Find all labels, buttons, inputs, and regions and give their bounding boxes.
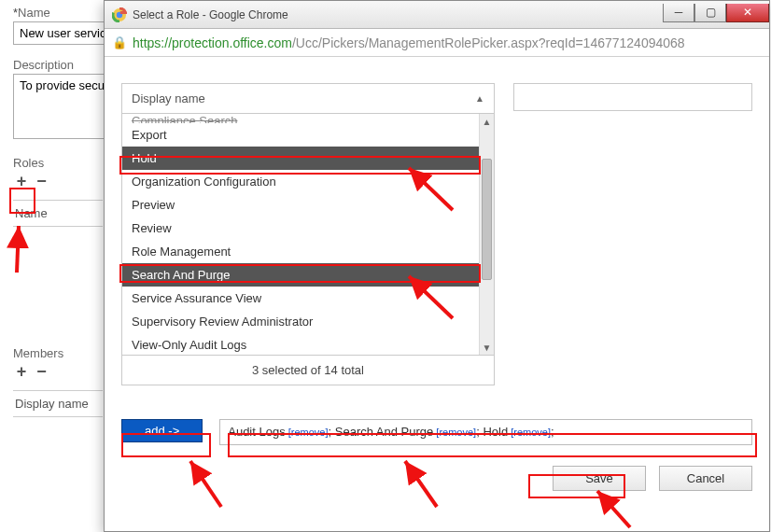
role-item[interactable]: Organization Configuration: [122, 170, 479, 193]
selected-roles-field[interactable]: Audit Logs [remove]; Search And Purge [r…: [219, 419, 752, 445]
role-listbox: Compliance SearchExportHoldOrganization …: [121, 113, 495, 356]
roles-column-header: Name: [13, 200, 103, 227]
remove-link[interactable]: [remove]: [508, 427, 551, 438]
url-host: ://protection.office.com: [161, 35, 292, 50]
maximize-button[interactable]: ▢: [694, 4, 726, 22]
members-column-header: Display name: [13, 390, 103, 417]
role-item[interactable]: Supervisory Review Administrator: [122, 310, 479, 333]
add-member-icon[interactable]: +: [13, 364, 30, 381]
role-item[interactable]: Preview: [122, 193, 479, 217]
chrome-icon: [112, 7, 127, 22]
role-item[interactable]: Hold: [122, 147, 479, 170]
role-item[interactable]: Review: [122, 217, 479, 240]
remove-link[interactable]: [remove]: [433, 427, 476, 438]
selected-role: Search And Purge: [335, 425, 434, 439]
list-header-label: Display name: [132, 91, 205, 105]
role-item[interactable]: Service Assurance View: [122, 287, 479, 310]
role-item[interactable]: Export: [122, 123, 479, 147]
url-path: /Ucc/Pickers/ManagementRolePicker.aspx?r…: [292, 35, 685, 50]
window-titlebar: Select a Role - Google Chrome ─ ▢ ✕: [105, 1, 769, 29]
scrollbar[interactable]: ▲ ▼: [479, 114, 494, 355]
list-header[interactable]: Display name ▲: [121, 83, 495, 113]
selection-count: 3 selected of 14 total: [121, 356, 495, 385]
remove-member-icon[interactable]: −: [34, 364, 50, 381]
address-bar[interactable]: 🔒 https://protection.office.com/Ucc/Pick…: [105, 29, 769, 57]
scroll-up-icon[interactable]: ▲: [480, 114, 494, 129]
search-input[interactable]: [513, 83, 752, 111]
add-role-icon[interactable]: +: [13, 174, 30, 190]
cancel-button[interactable]: Cancel: [659, 466, 752, 491]
role-item[interactable]: View-Only Audit Logs: [122, 333, 479, 355]
add-button[interactable]: add ->: [121, 419, 203, 442]
selected-role: Hold: [483, 425, 508, 439]
scroll-down-icon[interactable]: ▼: [480, 340, 494, 355]
remove-link[interactable]: [remove]: [286, 427, 329, 438]
role-item[interactable]: Role Management: [122, 240, 479, 263]
role-item[interactable]: Compliance Search: [122, 114, 479, 123]
lock-icon: 🔒: [112, 35, 127, 49]
role-picker-window: Select a Role - Google Chrome ─ ▢ ✕ 🔒 ht…: [104, 0, 770, 532]
scroll-thumb[interactable]: [482, 159, 492, 280]
window-title: Select a Role - Google Chrome: [133, 8, 288, 21]
remove-role-icon[interactable]: −: [34, 174, 50, 190]
sort-asc-icon: ▲: [475, 93, 484, 104]
close-button[interactable]: ✕: [726, 4, 769, 22]
minimize-button[interactable]: ─: [663, 4, 694, 22]
save-button[interactable]: Save: [553, 466, 646, 491]
selected-role: Audit Logs: [228, 425, 285, 439]
role-item[interactable]: Search And Purge: [122, 263, 479, 287]
url-scheme: https: [133, 35, 161, 50]
